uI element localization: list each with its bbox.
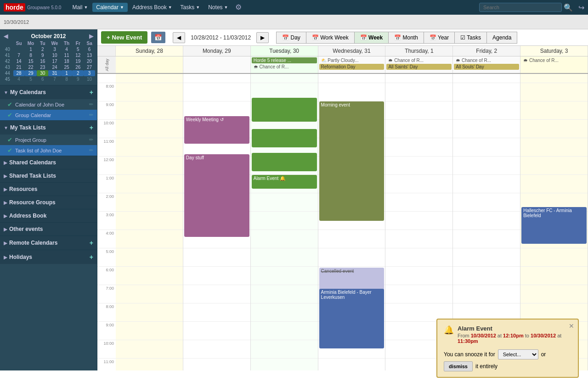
- nav-calendar[interactable]: Calendar ▼: [92, 3, 128, 12]
- mini-cal-day[interactable]: 25: [61, 64, 73, 70]
- logout-button[interactable]: ↪: [578, 3, 584, 12]
- mini-cal-day[interactable]: 7: [13, 52, 25, 58]
- mini-cal-day[interactable]: 3: [48, 46, 61, 52]
- allday-cell-wed[interactable]: ⛅ Partly Cloudy... Reformation Day: [318, 56, 386, 73]
- mini-cal-day[interactable]: 8: [25, 52, 37, 58]
- allday-event-rain-tue[interactable]: 🌧 Chance of R...: [252, 64, 317, 70]
- allday-event-horde[interactable]: Horde 5 release ...: [252, 57, 317, 63]
- next-month-button[interactable]: ▶: [89, 33, 93, 39]
- search-input[interactable]: [479, 3, 562, 12]
- mini-cal-day[interactable]: 13: [84, 52, 95, 58]
- sidebar-item-project-group[interactable]: ✔ Project Group ✏: [0, 135, 97, 145]
- day-col-tue[interactable]: Alarm Event 🔔: [251, 74, 318, 370]
- my-task-lists-header[interactable]: ▼My Task Lists +: [0, 121, 97, 135]
- next-week-button[interactable]: ▶: [256, 32, 269, 43]
- allday-cell-thu[interactable]: 🌧 Chance of R... All Saints' Day: [385, 56, 453, 73]
- event-morning[interactable]: Morning event: [319, 101, 384, 221]
- add-task-list-button[interactable]: +: [90, 124, 93, 131]
- event-arminia[interactable]: Arminia Bielefeld - Bayer Leverkusen: [319, 289, 384, 348]
- allday-event-rain-sat[interactable]: 🌧 Chance of R...: [521, 57, 587, 63]
- my-calendars-header[interactable]: ▼My Calendars +: [0, 85, 97, 99]
- mini-cal-day[interactable]: 27: [84, 64, 95, 70]
- view-month-button[interactable]: 📅 Month: [388, 32, 424, 44]
- mini-cal-day[interactable]: 22: [25, 64, 37, 70]
- project-group-edit[interactable]: ✏: [89, 137, 93, 143]
- allday-event-cloudy-wed[interactable]: ⛅ Partly Cloudy...: [319, 57, 384, 63]
- mini-cal-day[interactable]: 24: [48, 64, 61, 70]
- mini-cal-day[interactable]: 9: [72, 76, 84, 82]
- mini-cal-day[interactable]: 31: [48, 70, 61, 76]
- resource-groups-header[interactable]: ▶Resource Groups: [0, 196, 97, 209]
- alarm-close-button[interactable]: ✕: [569, 322, 574, 330]
- mini-cal-day[interactable]: 15: [25, 58, 37, 64]
- sidebar-item-task-list-john[interactable]: ✔ Task list of John Doe ✏: [0, 145, 97, 156]
- mini-cal-day[interactable]: 7: [48, 76, 61, 82]
- mini-cal-day[interactable]: 1: [61, 70, 73, 76]
- mini-cal-day[interactable]: 30: [37, 70, 48, 76]
- view-day-button[interactable]: 📅 Day: [276, 32, 306, 44]
- mini-cal-day[interactable]: 10: [84, 76, 95, 82]
- task-list-john-edit[interactable]: ✏: [89, 147, 93, 153]
- mini-cal-day[interactable]: 19: [72, 58, 84, 64]
- view-week-button[interactable]: 📅 Week: [354, 32, 388, 44]
- allday-event-allsaints[interactable]: All Saints' Day: [386, 64, 452, 70]
- mini-cal-day[interactable]: 17: [48, 58, 61, 64]
- mini-cal-day[interactable]: [13, 46, 25, 52]
- nav-mail[interactable]: Mail ▼: [68, 3, 91, 12]
- mini-cal-day[interactable]: 5: [72, 46, 84, 52]
- allday-cell-tue[interactable]: Horde 5 release ... 🌧 Chance of R...: [251, 56, 318, 73]
- mini-cal-day[interactable]: 2: [72, 70, 84, 76]
- mini-cal-day[interactable]: 21: [13, 64, 25, 70]
- mini-cal-day[interactable]: 18: [61, 58, 73, 64]
- event-day-stuff[interactable]: Day stuff: [184, 154, 249, 237]
- event-tue-green2[interactable]: [252, 129, 317, 147]
- resources-header[interactable]: ▶Resources: [0, 183, 97, 196]
- mini-cal-day[interactable]: 5: [25, 76, 37, 82]
- prev-month-button[interactable]: ◀: [4, 33, 8, 39]
- mini-cal-day[interactable]: 16: [37, 58, 48, 64]
- calendar-john-edit[interactable]: ✏: [89, 101, 93, 107]
- mini-cal-day[interactable]: 11: [61, 52, 73, 58]
- mini-cal-day[interactable]: 20: [84, 58, 95, 64]
- mini-cal-day[interactable]: 28: [13, 70, 25, 76]
- allday-event-allsouls[interactable]: All Souls' Day: [454, 64, 519, 70]
- view-agenda-button[interactable]: Agenda: [486, 32, 517, 44]
- mini-cal-day[interactable]: 9: [37, 52, 48, 58]
- event-tue-green1[interactable]: [252, 98, 317, 122]
- sidebar-item-group-calendar[interactable]: ✔ Group Calendar ✏: [0, 110, 97, 120]
- view-year-button[interactable]: 📅 Year: [424, 32, 454, 44]
- mini-cal-day[interactable]: 4: [61, 46, 73, 52]
- day-col-mon[interactable]: Weekly Meeting ↺ Day stuff: [183, 74, 251, 370]
- day-col-sun[interactable]: [116, 74, 183, 370]
- view-workweek-button[interactable]: 📅 Work Week: [306, 32, 354, 44]
- mini-cal-day[interactable]: 2: [37, 46, 48, 52]
- allday-cell-fri[interactable]: 🌧 Chance of R... All Souls' Day: [453, 56, 520, 73]
- allday-event-rain-fri[interactable]: 🌧 Chance of R...: [454, 57, 519, 63]
- mini-cal-day[interactable]: 12: [72, 52, 84, 58]
- add-calendar-button[interactable]: +: [90, 89, 93, 96]
- mini-cal-day[interactable]: 26: [72, 64, 84, 70]
- remote-calendars-header[interactable]: ▶Remote Calendars +: [0, 236, 97, 250]
- event-alarm[interactable]: Alarm Event 🔔: [252, 175, 317, 189]
- new-event-button[interactable]: + New Event: [101, 31, 147, 44]
- mini-cal-day[interactable]: 3: [84, 70, 95, 76]
- view-tasks-button[interactable]: ☑ Tasks: [454, 32, 486, 44]
- mini-cal-day[interactable]: 23: [37, 64, 48, 70]
- mini-cal-day[interactable]: 10: [48, 52, 61, 58]
- other-events-header[interactable]: ▶Other events: [0, 223, 97, 236]
- allday-event-rain-thu[interactable]: 🌧 Chance of R...: [386, 57, 452, 63]
- mini-cal-day[interactable]: 29: [25, 70, 37, 76]
- nav-addressbook[interactable]: Address Book ▼: [129, 3, 176, 12]
- event-hallescher[interactable]: Hallescher FC - Arminia Bielefeld: [521, 207, 587, 244]
- calendar-icon-button[interactable]: 📅: [151, 32, 165, 43]
- mini-cal-day[interactable]: 8: [61, 76, 73, 82]
- add-holiday-button[interactable]: +: [90, 253, 93, 261]
- group-calendar-edit[interactable]: ✏: [89, 112, 93, 118]
- mini-cal-day[interactable]: 4: [13, 76, 25, 82]
- sidebar-item-calendar-john[interactable]: ✔ Calendar of John Doe ✏: [0, 99, 97, 110]
- gear-icon[interactable]: ⚙: [232, 3, 244, 12]
- dismiss-button[interactable]: dismiss: [444, 361, 473, 371]
- address-book-header[interactable]: ▶Address Book: [0, 209, 97, 222]
- mini-cal-day[interactable]: 6: [84, 46, 95, 52]
- event-tue-green3[interactable]: [252, 153, 317, 171]
